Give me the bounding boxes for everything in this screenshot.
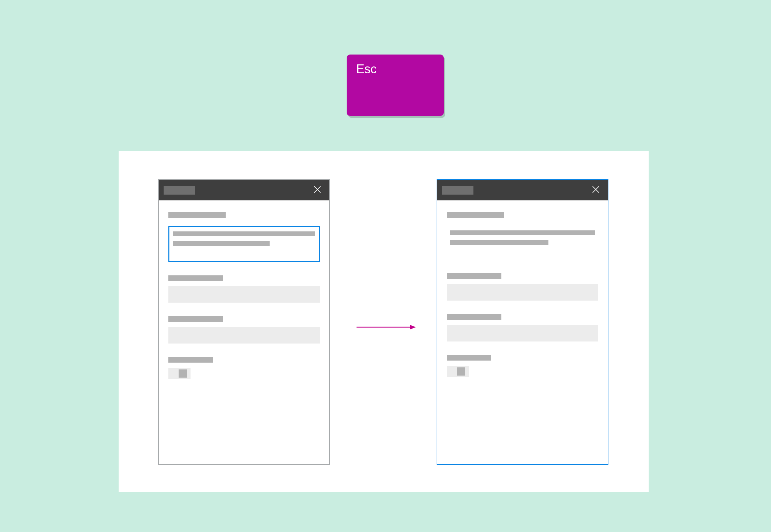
text-line-placeholder bbox=[173, 231, 315, 236]
section1-label-placeholder bbox=[447, 212, 504, 218]
dialog-title-placeholder bbox=[164, 186, 195, 195]
section1-textbox-focused[interactable] bbox=[168, 226, 320, 262]
section4-label-placeholder bbox=[447, 355, 491, 361]
section3-input-placeholder[interactable] bbox=[168, 327, 320, 344]
dialog-body bbox=[159, 200, 329, 464]
keycap-esc: Esc bbox=[347, 55, 444, 116]
toggle-knob bbox=[179, 369, 187, 378]
keycap-label: Esc bbox=[356, 62, 377, 76]
section2-input-placeholder[interactable] bbox=[168, 286, 320, 303]
dialog-body bbox=[437, 200, 608, 464]
dialog-before bbox=[158, 179, 330, 465]
section2-input-placeholder[interactable] bbox=[447, 284, 598, 301]
section3-label-placeholder bbox=[447, 314, 501, 320]
text-line-placeholder bbox=[173, 241, 270, 246]
dialog-titlebar bbox=[159, 180, 329, 200]
section1-label-placeholder bbox=[168, 212, 226, 218]
section2-label-placeholder bbox=[168, 275, 223, 281]
svg-marker-1 bbox=[410, 325, 416, 330]
toggle-switch[interactable] bbox=[447, 366, 469, 377]
section2-label-placeholder bbox=[447, 273, 501, 279]
text-line-placeholder bbox=[450, 240, 548, 245]
section1-textbox[interactable] bbox=[447, 226, 598, 260]
transition-arrow bbox=[357, 322, 416, 332]
dialog-titlebar bbox=[437, 180, 608, 200]
text-line-placeholder bbox=[450, 230, 595, 235]
section4-label-placeholder bbox=[168, 357, 213, 363]
dialog-after bbox=[437, 179, 608, 465]
section3-input-placeholder[interactable] bbox=[447, 325, 598, 341]
close-icon bbox=[313, 185, 322, 196]
close-button[interactable] bbox=[310, 183, 324, 197]
close-icon bbox=[591, 185, 601, 196]
diagram-card bbox=[119, 151, 649, 492]
close-button[interactable] bbox=[589, 183, 603, 197]
section3-label-placeholder bbox=[168, 316, 223, 322]
toggle-switch[interactable] bbox=[168, 368, 191, 379]
toggle-knob bbox=[457, 367, 465, 376]
dialog-title-placeholder bbox=[442, 186, 473, 195]
arrow-right-icon bbox=[357, 328, 416, 333]
